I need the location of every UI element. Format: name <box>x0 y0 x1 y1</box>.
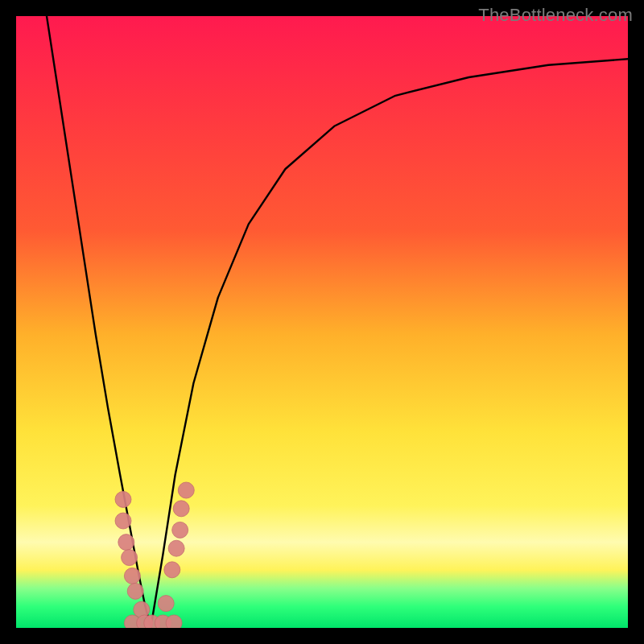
watermark-text: TheBottleneck.com <box>478 5 633 26</box>
data-marker <box>172 522 188 538</box>
data-marker <box>166 615 182 628</box>
data-marker <box>164 562 180 578</box>
gradient-background <box>16 16 628 628</box>
data-marker <box>115 491 131 507</box>
outer-frame: TheBottleneck.com <box>0 0 644 644</box>
data-marker <box>173 501 189 517</box>
data-marker <box>118 535 134 551</box>
data-marker <box>178 482 194 498</box>
plot-area <box>16 16 628 628</box>
data-marker <box>158 596 174 612</box>
data-marker <box>127 583 143 599</box>
data-marker <box>115 513 131 529</box>
data-marker <box>168 540 184 556</box>
data-marker <box>124 568 140 584</box>
data-marker <box>122 550 138 566</box>
